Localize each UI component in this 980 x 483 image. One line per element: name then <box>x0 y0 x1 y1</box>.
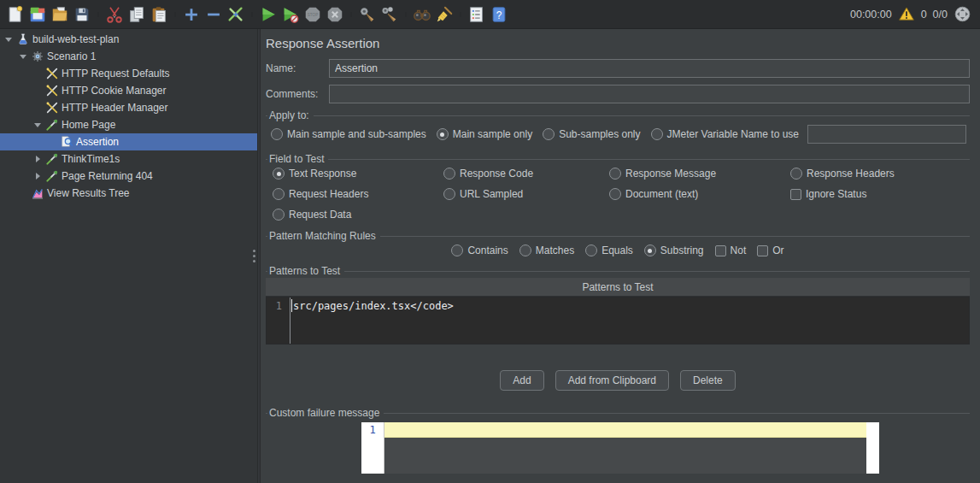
flask-icon <box>16 32 30 46</box>
stop-icon[interactable] <box>302 4 323 25</box>
assertion-icon <box>60 135 73 149</box>
start-icon[interactable] <box>258 4 279 25</box>
search-icon[interactable] <box>412 4 432 25</box>
patterns-editor[interactable]: 1 src/pages/index.tsx</code> <box>266 297 970 345</box>
start-no-pauses-icon[interactable] <box>280 4 301 25</box>
radio-label: Response Message <box>625 168 716 180</box>
new-testplan-icon[interactable] <box>5 4 26 25</box>
expander-icon[interactable] <box>18 48 28 65</box>
radio-option[interactable]: Substring <box>644 244 704 256</box>
toolbar-separator <box>456 4 465 25</box>
expander-icon[interactable] <box>47 133 57 150</box>
tree-item[interactable]: View Results Tree <box>0 185 257 202</box>
radio-option[interactable]: Main sample only <box>437 128 532 140</box>
sampler-icon <box>45 118 59 132</box>
templates-icon[interactable] <box>27 4 48 25</box>
sampler-icon <box>45 152 59 166</box>
wrench-icon <box>45 67 59 80</box>
add-from-clipboard-button[interactable]: Add from Clipboard <box>555 370 669 391</box>
expand-all-icon[interactable] <box>181 4 202 25</box>
radio-label: Matches <box>536 244 574 256</box>
radio-option[interactable]: Main sample and sub-samples <box>271 128 426 140</box>
radio-option[interactable]: Request Headers <box>273 188 443 200</box>
radio-option[interactable]: Or <box>757 244 783 256</box>
radio-option[interactable]: Contains <box>451 244 508 256</box>
radio-label: Main sample and sub-samples <box>287 128 426 140</box>
jmeter-variable-input[interactable] <box>807 125 966 144</box>
paste-icon[interactable] <box>149 4 169 25</box>
radio-option[interactable]: Text Response <box>273 168 443 180</box>
apply-to-options: Main sample and sub-samples Main sample … <box>271 128 799 140</box>
editor-scrollbar[interactable] <box>866 422 879 474</box>
radio-option[interactable]: Response Headers <box>790 168 970 180</box>
radio-option[interactable]: Not <box>715 244 747 256</box>
tree-item[interactable]: Home Page <box>0 116 257 133</box>
clear-icon[interactable] <box>357 4 378 25</box>
results-icon <box>31 186 44 200</box>
radio-icon <box>609 168 621 180</box>
clear-all-icon[interactable] <box>379 4 400 25</box>
thread-count: 0/0 <box>933 9 948 21</box>
expander-icon[interactable] <box>3 31 14 48</box>
radio-option[interactable]: Request Data <box>273 209 443 221</box>
expander-icon[interactable] <box>18 185 28 202</box>
field-to-test-group: Field to Test Text Response Response Cod… <box>266 159 970 224</box>
status-area: 00:00:00 0 0/0 <box>850 5 971 23</box>
radio-option[interactable]: URL Sampled <box>443 188 609 200</box>
radio-option[interactable]: JMeter Variable Name to use <box>651 128 800 140</box>
radio-option[interactable]: Response Code <box>443 168 609 180</box>
name-input[interactable] <box>329 59 970 78</box>
tree-item[interactable]: Assertion <box>0 133 257 150</box>
radio-icon <box>273 209 285 221</box>
tree-item[interactable]: HTTP Cookie Manager <box>0 82 257 99</box>
collapse-all-icon[interactable] <box>203 4 224 25</box>
custom-failure-input[interactable] <box>384 422 866 474</box>
copy-icon[interactable] <box>126 4 147 25</box>
tree-item[interactable]: HTTP Request Defaults <box>0 65 257 82</box>
radio-option[interactable]: Sub-samples only <box>543 128 640 140</box>
tree-item[interactable]: ThinkTime1s <box>0 150 257 168</box>
radio-icon <box>790 189 801 200</box>
delete-button[interactable]: Delete <box>680 370 736 391</box>
radio-option[interactable]: Matches <box>519 244 574 256</box>
tree-item[interactable]: HTTP Header Manager <box>0 99 257 116</box>
expander-icon[interactable] <box>32 82 43 99</box>
expander-icon[interactable] <box>32 65 43 82</box>
expander-icon[interactable] <box>32 116 43 133</box>
pattern-rules-group: Pattern Matching Rules Contains Matches <box>266 236 970 259</box>
help-icon[interactable] <box>489 4 509 25</box>
add-button[interactable]: Add <box>500 370 543 391</box>
tree-item-label: build-web-test-plan <box>32 33 119 45</box>
radio-option[interactable]: Document (text) <box>609 188 790 200</box>
radio-icon <box>651 128 663 140</box>
comments-input[interactable] <box>329 85 970 103</box>
patterns-table-header[interactable]: Patterns to Test <box>266 278 970 297</box>
function-helper-icon[interactable] <box>467 4 487 25</box>
radio-label: Response Code <box>460 168 533 180</box>
tree-item[interactable]: Scenario 1 <box>0 48 257 65</box>
open-file-icon[interactable] <box>50 4 70 25</box>
tree-item-label: HTTP Header Manager <box>62 102 168 114</box>
custom-failure-editor[interactable]: 1 <box>361 422 879 474</box>
radio-option[interactable]: Response Message <box>609 168 790 180</box>
pattern-row[interactable]: 1 src/pages/index.tsx</code> <box>267 297 969 314</box>
toggle-icon[interactable] <box>226 4 246 25</box>
tree-item[interactable]: Page Returning 404 <box>0 168 257 185</box>
search-reset-icon[interactable] <box>434 4 455 25</box>
warning-icon[interactable] <box>898 6 915 22</box>
cut-icon[interactable] <box>104 4 125 25</box>
expander-icon[interactable] <box>32 168 43 185</box>
tree-item-label: ThinkTime1s <box>62 153 120 165</box>
radio-option[interactable]: Equals <box>585 244 633 256</box>
radio-label: Ignore Status <box>806 188 866 200</box>
tree-item[interactable]: build-web-test-plan <box>0 31 257 48</box>
expander-icon[interactable] <box>32 99 43 116</box>
shutdown-icon[interactable] <box>325 4 345 25</box>
radio-label: Contains <box>467 244 508 256</box>
comments-label: Comments: <box>266 88 329 100</box>
expander-icon[interactable] <box>32 150 43 168</box>
save-icon[interactable] <box>72 4 92 25</box>
radio-label: URL Sampled <box>460 188 523 200</box>
tree-item-label: Scenario 1 <box>47 50 96 62</box>
radio-option[interactable]: Ignore Status <box>790 188 970 200</box>
